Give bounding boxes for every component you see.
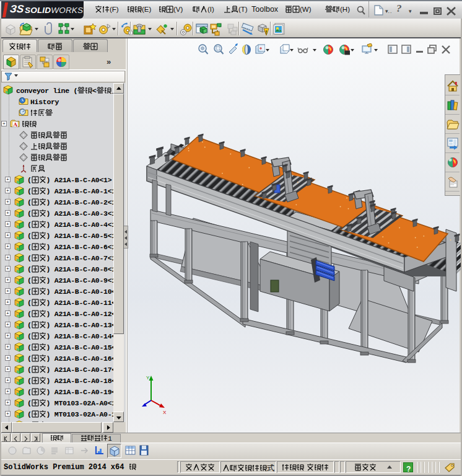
svg-text:X: X bbox=[163, 410, 167, 415]
svg-text:Y: Y bbox=[146, 375, 150, 381]
svg-text:A: A bbox=[14, 121, 18, 128]
